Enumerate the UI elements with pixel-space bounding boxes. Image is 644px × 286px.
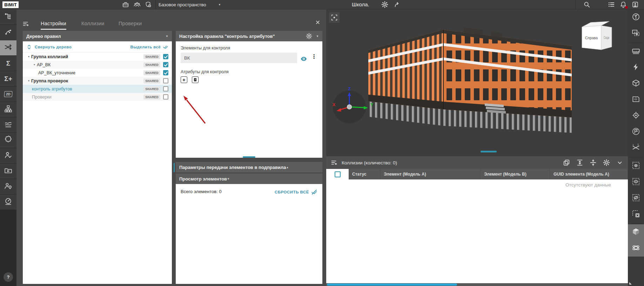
tree-row[interactable]: ▼ Группа коллизий SHARED <box>23 53 172 61</box>
rule-settings-header[interactable]: Настройка правила "контроль атрибутов" ▼ <box>176 31 322 41</box>
tool-select-elements[interactable] <box>628 26 644 42</box>
close-icon[interactable]: ✕ <box>315 20 320 26</box>
tool-clear-selection[interactable] <box>628 206 644 223</box>
eye-icon[interactable] <box>299 55 308 62</box>
reset-all-link[interactable]: СБРОСИТЬ ВСЁ <box>275 189 317 195</box>
briefcase-icon[interactable] <box>122 1 129 8</box>
row-checkbox[interactable] <box>163 78 168 83</box>
collisions-gear-icon[interactable] <box>603 159 610 166</box>
capture-view-button[interactable] <box>329 12 340 23</box>
panel-drag-handle[interactable] <box>243 156 255 158</box>
row-checkbox[interactable] <box>163 54 168 59</box>
row-checkbox[interactable] <box>163 86 168 91</box>
notifications-icon[interactable] <box>619 1 627 8</box>
row-checkbox[interactable] <box>163 62 168 67</box>
tool-measure-collisions[interactable]: 1 2 <box>628 140 644 156</box>
share-icon[interactable] <box>394 1 401 8</box>
expander-icon[interactable]: ▼ <box>32 63 37 66</box>
settings-gear-icon[interactable] <box>381 1 389 8</box>
column-element-a[interactable]: Элемент (Модель A) <box>380 169 481 179</box>
tree-row[interactable]: Проверки SHARED <box>23 93 172 101</box>
paste-attribute-button[interactable] <box>192 76 199 83</box>
tab-settings[interactable]: Настройки <box>41 9 66 30</box>
tree-row[interactable]: ▼ Группа проверок SHARED <box>23 77 172 85</box>
transfer-params-header[interactable]: Параметры передачи элементов в подправил… <box>176 162 322 172</box>
center-vertical-icon[interactable] <box>589 159 597 166</box>
add-attribute-button[interactable]: + <box>181 76 187 83</box>
elements-input[interactable] <box>181 53 297 63</box>
tree-row[interactable]: ▼ АР_ВК SHARED <box>23 61 172 69</box>
view-cube[interactable]: Справа Сзади <box>579 19 621 58</box>
shield-clock-icon[interactable] <box>145 1 152 8</box>
rule-caret-icon[interactable]: ▼ <box>316 35 319 38</box>
collapse-up-icon[interactable]: ▲ <box>286 166 289 169</box>
select-all-checkbox[interactable] <box>335 171 341 177</box>
tool-orbit-mode[interactable] <box>628 240 644 257</box>
rules-tree-header[interactable]: Дерево правил ▼ <box>23 31 172 41</box>
account-icon[interactable] <box>631 1 639 8</box>
tool-ruler[interactable] <box>628 43 644 60</box>
tool-shaded-view[interactable] <box>628 224 644 240</box>
collapse-tree-icon[interactable] <box>26 44 32 50</box>
workspace-caret-icon[interactable]: ▼ <box>218 0 221 9</box>
viewport-3d[interactable]: Справа Сзади Z Y X Коллизии (количество:… <box>326 9 628 286</box>
tool-orbit-tree[interactable] <box>628 9 644 26</box>
kebab-menu-icon[interactable]: ⋮ <box>311 54 317 60</box>
select-all-check-icon[interactable] <box>163 44 168 50</box>
collisions-menu-icon[interactable] <box>330 159 338 166</box>
tool-structure[interactable] <box>0 102 16 117</box>
tool-user-location[interactable] <box>0 179 16 195</box>
tool-sum-plus[interactable]: Σ+ <box>0 71 16 87</box>
tool-nodes[interactable] <box>0 25 16 40</box>
collisions-drag-handle[interactable] <box>481 151 497 152</box>
tool-plugins[interactable] <box>0 133 16 148</box>
collisions-collapse-icon[interactable] <box>616 159 624 166</box>
tab-collisions[interactable]: Коллизии <box>81 9 105 30</box>
expander-icon[interactable]: ▼ <box>26 55 31 58</box>
tool-graphs[interactable] <box>0 117 16 133</box>
axes-gizmo[interactable]: Z Y X <box>329 85 378 127</box>
column-guid-a[interactable]: GUID элемента (Модель A) <box>550 169 628 179</box>
tool-folder-share[interactable] <box>0 164 16 179</box>
select-all-link[interactable]: Выделить всё <box>130 45 161 49</box>
tool-isolate[interactable] <box>628 158 644 174</box>
row-checkbox[interactable] <box>163 94 168 100</box>
tool-section-plane[interactable] <box>628 92 644 108</box>
tool-user-check[interactable] <box>0 148 16 164</box>
column-status[interactable]: Статус <box>349 169 380 179</box>
workspace-selector[interactable]: Базовое пространство <box>159 0 206 9</box>
tool-model-tree[interactable] <box>0 9 16 25</box>
panel-menu-icon[interactable] <box>22 20 30 28</box>
tool-collisions-check[interactable] <box>0 40 16 56</box>
tool-dashboard[interactable] <box>0 195 16 210</box>
row-checkbox[interactable] <box>163 70 168 75</box>
fit-height-icon[interactable] <box>576 159 584 166</box>
tool-focus[interactable] <box>628 108 644 124</box>
app-logo[interactable]: BiMiT <box>2 1 19 8</box>
scrollbar-thumb[interactable] <box>327 284 457 286</box>
collapse-caret-icon[interactable]: ▼ <box>166 35 168 38</box>
search-icon[interactable] <box>583 1 591 8</box>
tree-row-selected[interactable]: контроль атрибутов SHARED <box>23 85 172 93</box>
duplicate-icon[interactable] <box>563 159 570 166</box>
collapse-tree-link[interactable]: Свернуть дерево <box>35 45 72 49</box>
rule-gear-icon[interactable] <box>306 33 313 40</box>
tab-checks[interactable]: Проверки <box>119 9 142 30</box>
tool-section-box[interactable] <box>628 76 644 92</box>
tool-flash[interactable] <box>628 60 644 76</box>
tool-sheet-2d[interactable]: 2D <box>0 87 16 102</box>
help-button[interactable]: ? <box>4 272 13 282</box>
tool-sum[interactable]: Σ <box>0 56 16 71</box>
column-element-b[interactable]: Элемент (Модель B) <box>481 169 550 179</box>
panel-resize-handle[interactable] <box>174 163 175 172</box>
tool-show[interactable] <box>628 174 644 190</box>
team-icon[interactable] <box>133 1 141 8</box>
resize-corner-handle[interactable] <box>629 282 632 285</box>
expander-icon[interactable]: ▼ <box>26 80 31 82</box>
tool-flag[interactable] <box>628 124 644 140</box>
tool-hide[interactable] <box>628 190 644 206</box>
horizontal-scrollbar[interactable] <box>326 283 628 286</box>
menu-list-icon[interactable] <box>608 1 615 8</box>
view-elements-header[interactable]: Просмотр элементов ▼ <box>176 173 322 184</box>
collapse-down-icon[interactable]: ▼ <box>227 177 230 181</box>
